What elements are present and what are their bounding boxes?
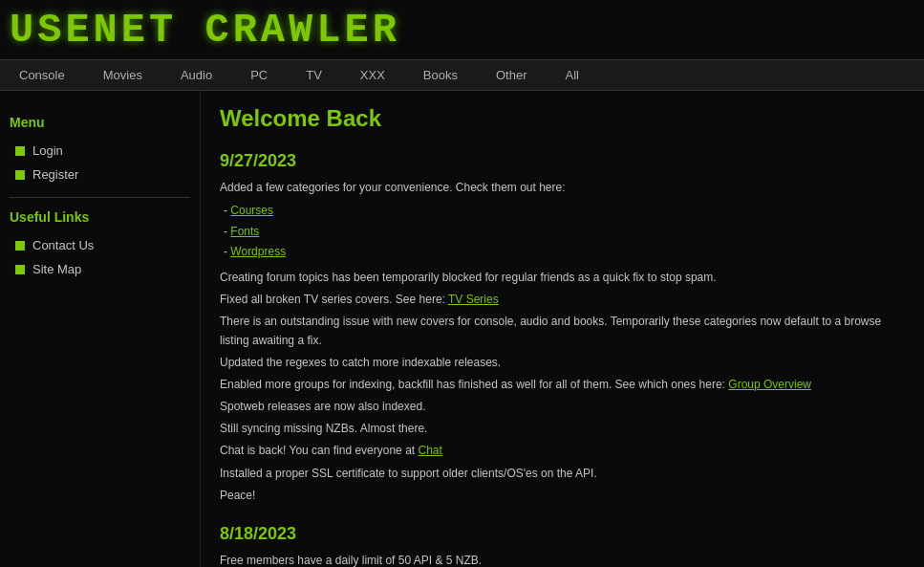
wordpress-link[interactable]: Wordpress — [230, 245, 286, 258]
update-text-ssl: Installed a proper SSL certificate to su… — [220, 465, 905, 483]
update-text-regexes: Updated the regexes to catch more indexa… — [220, 354, 905, 372]
category-link-wordpress: - Wordpress — [224, 242, 905, 263]
content-area: Welcome Back 9/27/2023 Added a few categ… — [201, 91, 924, 567]
sidebar-item-register[interactable]: Register — [10, 164, 190, 185]
sidebar-item-label: Register — [32, 167, 78, 182]
useful-links-section-title: Useful Links — [10, 209, 190, 225]
sidebar-item-label: Login — [32, 143, 63, 158]
page-title: Welcome Back — [220, 105, 905, 132]
useful-links-items: Contact UsSite Map — [10, 234, 190, 280]
nav-item-movies[interactable]: Movies — [84, 60, 161, 90]
category-link-courses: - Courses — [224, 201, 905, 222]
menu-items: LoginRegister — [10, 140, 190, 185]
nav-item-tv[interactable]: TV — [287, 60, 341, 90]
sidebar-item-site-map[interactable]: Site Map — [10, 258, 190, 280]
sidebar-bullet-icon — [15, 241, 25, 251]
update-text-chat: Chat is back! You can find everyone at C… — [220, 442, 905, 460]
update-text-forum: Creating forum topics has been temporari… — [220, 269, 905, 287]
sidebar-item-contact-us[interactable]: Contact Us — [10, 234, 190, 256]
update-text-peace: Peace! — [220, 487, 905, 505]
main-container: Menu LoginRegister Useful Links Contact … — [0, 91, 924, 567]
category-link-fonts: - Fonts — [224, 222, 905, 243]
sidebar-item-label: Site Map — [32, 262, 81, 276]
update-text-spotweb: Spotweb releases are now also indexed. — [220, 398, 905, 416]
nav-item-xxx[interactable]: XXX — [341, 60, 404, 90]
nav-item-audio[interactable]: Audio — [161, 60, 231, 90]
update-text-limit: Free members have a daily limit of 50 AP… — [220, 552, 905, 567]
nav-item-other[interactable]: Other — [477, 60, 547, 90]
nav-item-all[interactable]: All — [547, 60, 598, 90]
sidebar-bullet-icon — [15, 170, 25, 180]
update-section-1: 9/27/2023 Added a few categories for you… — [220, 151, 905, 505]
sidebar: Menu LoginRegister Useful Links Contact … — [0, 91, 201, 567]
group-overview-link[interactable]: Group Overview — [728, 378, 811, 391]
sidebar-bullet-icon — [15, 146, 25, 156]
site-logo[interactable]: USENET CRAWLER — [10, 8, 400, 54]
nav-item-pc[interactable]: PC — [231, 60, 287, 90]
sidebar-item-login[interactable]: Login — [10, 140, 190, 162]
nav-item-books[interactable]: Books — [404, 60, 477, 90]
tv-series-link[interactable]: TV Series — [448, 293, 499, 306]
update-text-categories: Added a few categories for your convenie… — [220, 179, 905, 197]
courses-link[interactable]: Courses — [230, 204, 273, 217]
update-text-groups: Enabled more groups for indexing, backfi… — [220, 376, 905, 394]
sidebar-item-label: Contact Us — [32, 238, 94, 252]
update-text-tv-series: Fixed all broken TV series covers. See h… — [220, 291, 905, 309]
update-section-2: 8/18/2023 Free members have a daily limi… — [220, 524, 905, 567]
category-links: - Courses - Fonts - Wordpress — [224, 201, 905, 263]
nav-item-console[interactable]: Console — [0, 60, 84, 90]
update-date-2: 8/18/2023 — [220, 524, 905, 544]
menu-section-title: Menu — [10, 115, 190, 130]
update-text-nzbs: Still syncing missing NZBs. Almost there… — [220, 420, 905, 438]
fonts-link[interactable]: Fonts — [230, 225, 259, 238]
header: USENET CRAWLER — [0, 0, 924, 59]
update-date-1: 9/27/2023 — [220, 151, 905, 171]
navbar: ConsoleMoviesAudioPCTVXXXBooksOtherAll — [0, 59, 924, 91]
sidebar-divider — [10, 197, 190, 198]
chat-link[interactable]: Chat — [418, 444, 441, 457]
sidebar-bullet-icon — [15, 265, 25, 274]
update-text-covers-issue: There is an outstanding issue with new c… — [220, 313, 905, 349]
